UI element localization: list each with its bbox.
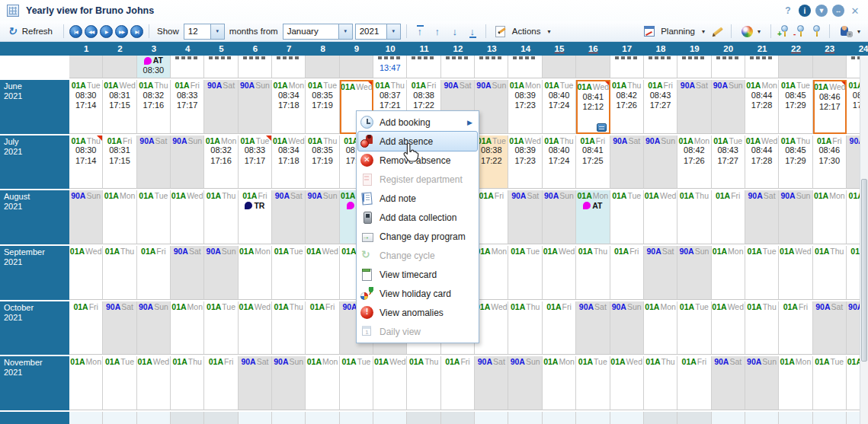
employee-settings-button[interactable]: ▾ (837, 24, 863, 39)
day-cell[interactable]: 90ASun (475, 80, 508, 134)
day-cell[interactable] (543, 56, 576, 78)
day-cell[interactable]: 01AMon (171, 301, 204, 355)
day-cell[interactable] (272, 412, 306, 424)
day-cell[interactable]: 01ATue (103, 356, 136, 410)
day-cell[interactable] (610, 56, 644, 78)
day-cell[interactable]: 01AFri (441, 356, 475, 410)
menu-item-view-holiday-card[interactable]: View holiday card (358, 284, 477, 303)
scrollbar-thumb[interactable] (861, 179, 867, 362)
day-cell[interactable]: 01AThu (407, 356, 440, 410)
day-cell[interactable]: 90ASat (103, 301, 136, 355)
day-cell[interactable] (745, 412, 779, 424)
menu-item-view-anomalies[interactable]: View anomalies (358, 303, 477, 322)
day-cell[interactable]: 01AWed (779, 246, 812, 300)
scroll-bottom-button[interactable]: ↓ (465, 24, 480, 39)
day-cell[interactable] (340, 412, 373, 424)
day-cell[interactable]: 90ASat (137, 135, 171, 190)
day-cell[interactable] (712, 412, 745, 424)
day-cell[interactable]: 01AWed (475, 301, 508, 355)
nav-play-button[interactable]: ▶ (100, 25, 113, 38)
day-cell[interactable]: 01AMon (103, 190, 136, 244)
dropdown-arrow-icon[interactable]: ▾ (338, 24, 352, 39)
remove-employee-pin-button[interactable]: - (794, 24, 806, 38)
day-cell[interactable]: 01AMon (543, 356, 576, 410)
day-cell[interactable]: 01ATue08:3817:22 (475, 135, 508, 190)
day-cell[interactable]: 01AFri (779, 301, 812, 355)
day-cell[interactable]: 01ATue (137, 190, 171, 244)
day-cell[interactable]: 01AMon (239, 246, 272, 300)
day-cell[interactable] (475, 412, 508, 424)
legend-button[interactable]: ▾ (738, 24, 764, 39)
day-cell[interactable] (745, 56, 779, 78)
menu-item-change-cycle[interactable]: Change cycle (358, 246, 477, 265)
day-cell[interactable]: 01AMon08:4417:28 (745, 80, 779, 134)
close-icon[interactable]: ✕ (849, 5, 861, 17)
day-cell[interactable]: 90ASun (204, 246, 238, 300)
day-cell[interactable]: 01AWed (137, 356, 171, 410)
day-cell[interactable]: 01AFri (543, 301, 576, 355)
scroll-up-button[interactable]: ↑ (430, 24, 445, 39)
day-cell[interactable]: 01AFriTR (239, 190, 272, 244)
day-cell[interactable]: 01AThu08:3217:16 (137, 80, 171, 134)
day-cell[interactable]: 01ATue (340, 356, 373, 410)
day-cell[interactable] (543, 412, 576, 424)
vertical-scrollbar[interactable] (860, 56, 868, 424)
day-cell[interactable] (712, 56, 745, 78)
day-cell[interactable] (576, 412, 610, 424)
day-cell[interactable] (677, 56, 711, 78)
day-cell[interactable]: 90ASat (644, 246, 677, 300)
nav-first-button[interactable]: |◀ (69, 25, 82, 38)
day-cell[interactable] (644, 412, 677, 424)
day-cell[interactable]: 01AWed (69, 246, 103, 300)
dropdown-arrow-icon[interactable]: ▾ (386, 24, 400, 39)
day-cell[interactable]: 01AMonAT (576, 190, 610, 244)
day-cell[interactable]: 01AThu (644, 356, 677, 410)
day-cell[interactable]: 01AMon08:3217:16 (204, 135, 238, 190)
day-cell[interactable]: 01AFri08:4117:25 (576, 135, 610, 190)
day-cell[interactable]: 01ATue08:3517:19 (306, 80, 339, 134)
planning-button[interactable]: Planning ▾ (640, 24, 708, 39)
day-cell[interactable]: 01AMon08:4217:26 (677, 135, 711, 190)
day-cell[interactable] (69, 412, 103, 424)
day-cell[interactable] (677, 412, 711, 424)
menu-item-daily-view[interactable]: Daily view (358, 322, 477, 341)
day-cell[interactable]: 90ASun (610, 301, 644, 355)
actions-button[interactable]: Actions ▾ (492, 24, 554, 39)
day-cell[interactable] (407, 56, 440, 78)
day-cell[interactable] (340, 56, 373, 78)
day-cell[interactable]: 90ASun (239, 80, 272, 134)
day-cell[interactable]: 01AThu (272, 301, 306, 355)
day-cell[interactable]: 01AMon (306, 356, 339, 410)
day-cell[interactable]: AT08:30 (137, 56, 171, 78)
day-cell[interactable]: 01AMon (712, 246, 745, 300)
day-cell[interactable]: 01ATue (677, 301, 711, 355)
day-cell[interactable] (103, 56, 136, 78)
day-cell[interactable]: 01AFri08:3117:15 (103, 135, 136, 190)
help-icon[interactable]: ? (782, 5, 794, 17)
menu-item-change-day-program[interactable]: Change day program (358, 227, 477, 246)
day-cell[interactable]: 01AThu08:4517:29 (779, 135, 812, 190)
day-cell[interactable]: 90ASun (712, 80, 745, 134)
day-cell[interactable] (576, 56, 610, 78)
day-cell[interactable]: 01AMon (475, 246, 508, 300)
day-cell[interactable] (813, 56, 847, 78)
day-cell[interactable]: 01AThu08:3017:14 (69, 135, 103, 190)
day-cell[interactable]: 01AFri08:4617:30 (813, 135, 847, 190)
day-cell[interactable] (441, 412, 475, 424)
day-cell[interactable] (306, 56, 339, 78)
day-cell[interactable]: 01ATue (745, 246, 779, 300)
day-cell[interactable]: 90ASun (745, 356, 779, 410)
collapse-icon[interactable]: ▼ (815, 5, 828, 17)
day-cell[interactable]: 90ASat (813, 301, 847, 355)
day-cell[interactable]: 01AThu (813, 246, 847, 300)
day-cell[interactable] (171, 412, 204, 424)
day-cell[interactable]: 90ASun (137, 301, 171, 355)
day-cell[interactable] (239, 412, 272, 424)
day-cell[interactable] (373, 412, 407, 424)
day-cell[interactable]: 01ATue (813, 356, 847, 410)
start-year-select[interactable]: 2021 ▾ (355, 24, 401, 40)
day-cell[interactable]: 90ASun (272, 356, 306, 410)
day-cell[interactable]: 90ASun (508, 356, 542, 410)
day-cell[interactable] (508, 56, 542, 78)
day-cell[interactable]: 90ASat (171, 246, 204, 300)
